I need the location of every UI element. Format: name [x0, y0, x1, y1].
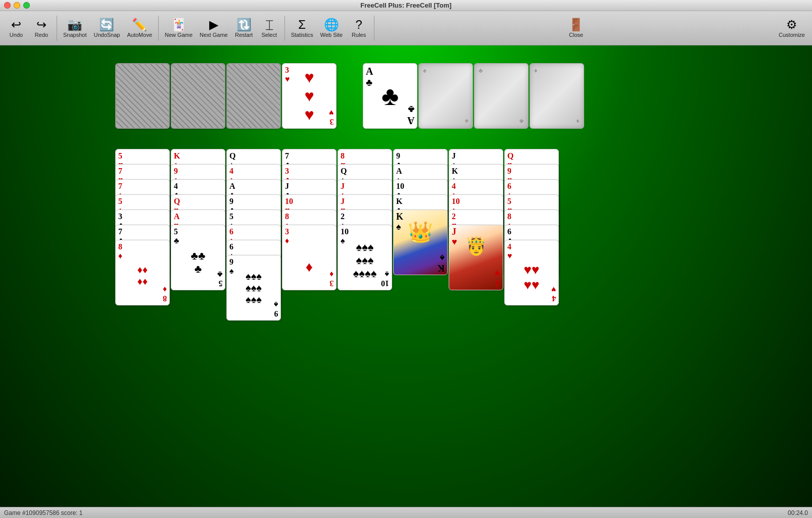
game-timer: 00:24.0 [788, 509, 808, 516]
foundation-4-empty[interactable]: ♦ ♦ [530, 63, 584, 129]
select-button[interactable]: ⌶ Select [257, 14, 281, 43]
restart-icon: 🔃 [236, 19, 252, 31]
automove-icon: ✏️ [132, 19, 147, 31]
card-center-suit: ♥♥♥ [305, 68, 314, 124]
card-4h[interactable]: 4♥ ♥♥♥♥ 4♥ [504, 240, 559, 305]
card-Ks[interactable]: K♠ 👑 K♠ [393, 210, 448, 275]
foundation-1-card[interactable]: A♣ ♣ A♣ [363, 63, 417, 129]
maximize-window-button[interactable] [23, 2, 30, 9]
website-button[interactable]: 🌐 Web Site [317, 14, 346, 43]
card-5c[interactable]: 5♣ ♣♣♣ 5♣ [171, 225, 225, 290]
freecell-3[interactable] [226, 63, 281, 129]
select-icon: ⌶ [266, 19, 273, 31]
undosnap-button[interactable]: 🔄 UndoSnap [90, 14, 123, 43]
title-bar: FreeCell Plus: FreeCell [Tom] [0, 0, 812, 11]
statistics-label: Statistics [291, 32, 313, 38]
undo-icon: ↩ [11, 19, 21, 31]
rules-button[interactable]: ? Rules [347, 14, 371, 43]
card-rank-top: 3♥ [285, 66, 290, 83]
automove-button[interactable]: ✏️ AutoMove [124, 14, 155, 43]
status-bar: Game #1090957586 score: 1 00:24.0 [0, 507, 812, 518]
undosnap-icon: 🔄 [99, 19, 114, 31]
restart-label: Restart [235, 32, 253, 38]
window-title: FreeCell Plus: FreeCell [Tom] [360, 2, 451, 9]
close-label: Close [569, 32, 583, 38]
card-Js-illus[interactable]: J♥ 🤴 J♥ [449, 225, 503, 290]
foundation-2-empty[interactable]: ♠ ♠ [418, 63, 473, 129]
redo-icon: ↪ [36, 19, 46, 31]
game-area: 3♥ ♥♥♥ 3♥ A♣ ♣ A♣ ♠ ♠ ♣ ♣ ♦ ♦ 5♥ ♥♥♥♥♥ 5… [0, 45, 812, 518]
card-rank-top: A♣ [366, 66, 373, 88]
newgame-label: New Game [165, 32, 193, 38]
minimize-window-button[interactable] [14, 2, 20, 9]
toolbar: ↩ Undo ↪ Redo 📷 Snapshot 🔄 UndoSnap ✏️ A… [0, 11, 812, 45]
customize-icon: ⚙ [786, 19, 797, 31]
close-button[interactable]: 🚪 Close [564, 14, 588, 43]
card-rank-bottom: 3♥ [329, 109, 334, 126]
card-rank-bottom: A♣ [407, 104, 414, 126]
freecell-4-card[interactable]: 3♥ ♥♥♥ 3♥ [282, 63, 337, 129]
nextgame-button[interactable]: ▶ Next Game [197, 14, 231, 43]
redo-button[interactable]: ↪ Redo [29, 14, 54, 43]
rules-label: Rules [352, 32, 366, 38]
card-10s[interactable]: 10♠ ♠♠♠♠♠♠♠♠♠♠ 10♠ [338, 225, 392, 290]
toolbar-separator-1 [57, 16, 57, 41]
statistics-icon: Σ [298, 19, 306, 31]
freecell-2[interactable] [171, 63, 225, 129]
window-controls[interactable] [4, 2, 30, 9]
snapshot-icon: 📷 [67, 19, 82, 31]
newgame-icon: 🃏 [171, 19, 186, 31]
card-center-suit: ♣ [381, 81, 399, 111]
snapshot-button[interactable]: 📷 Snapshot [60, 14, 89, 43]
website-label: Web Site [320, 32, 343, 38]
nextgame-label: Next Game [200, 32, 228, 38]
undosnap-label: UndoSnap [93, 32, 120, 38]
freecell-1[interactable] [115, 63, 170, 129]
rules-icon: ? [355, 19, 362, 31]
newgame-button[interactable]: 🃏 New Game [162, 14, 196, 43]
card-8d[interactable]: 8♦ ♦♦♦♦ 8♦ [115, 240, 170, 305]
toolbar-separator-2 [158, 16, 159, 41]
restart-button[interactable]: 🔃 Restart [232, 14, 256, 43]
select-label: Select [261, 32, 277, 38]
website-icon: 🌐 [324, 19, 339, 31]
card-9s[interactable]: 9♠ ♠♠♠♠♠♠♠♠♠ 9♠ [226, 255, 281, 321]
close-icon: 🚪 [568, 19, 584, 31]
close-window-button[interactable] [4, 2, 11, 9]
undo-button[interactable]: ↩ Undo [4, 14, 28, 43]
snapshot-label: Snapshot [63, 32, 86, 38]
card-3d-b[interactable]: 3♦ ♦ 3♦ [282, 225, 337, 290]
redo-label: Redo [35, 32, 48, 38]
nextgame-icon: ▶ [209, 19, 218, 31]
automove-label: AutoMove [127, 32, 152, 38]
foundation-3-empty[interactable]: ♣ ♣ [474, 63, 529, 129]
statistics-button[interactable]: Σ Statistics [288, 14, 316, 43]
customize-button[interactable]: ⚙ Customize [776, 14, 808, 43]
customize-label: Customize [779, 32, 805, 38]
toolbar-separator-3 [284, 16, 285, 41]
game-info: Game #1090957586 score: 1 [4, 509, 82, 516]
toolbar-separator-4 [374, 16, 374, 41]
undo-label: Undo [10, 32, 23, 38]
